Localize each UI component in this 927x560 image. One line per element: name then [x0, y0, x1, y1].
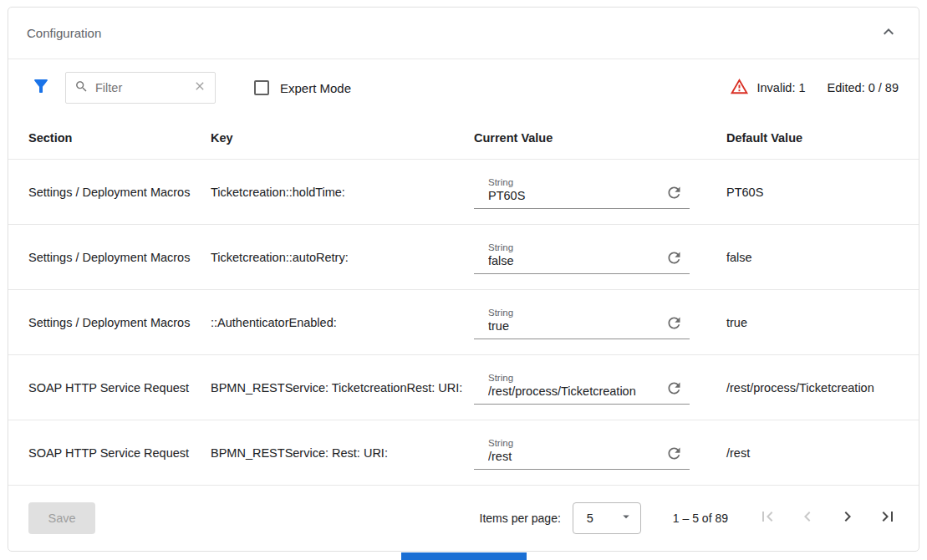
refresh-icon	[665, 379, 683, 400]
configuration-panel: Configuration	[8, 7, 919, 552]
panel-header: Configuration	[8, 8, 919, 59]
value-type-label: String	[488, 242, 660, 252]
column-header-default-value: Default Value	[726, 131, 899, 145]
default-value-cell: /rest/process/Ticketcreation	[726, 381, 899, 395]
bottom-accent-bar	[401, 552, 527, 560]
current-value-cell: String	[474, 435, 726, 470]
next-page-button[interactable]	[837, 507, 858, 529]
warning-triangle-icon	[730, 77, 749, 99]
invalid-count: Invalid: 1	[757, 81, 806, 94]
section-cell: Settings / Deployment Macros	[28, 251, 211, 264]
current-value-field: String	[474, 435, 690, 470]
value-type-label: String	[488, 373, 660, 383]
section-cell: Settings / Deployment Macros	[28, 186, 211, 199]
default-value-cell: /rest	[726, 446, 899, 460]
close-icon	[193, 79, 206, 96]
reset-value-button[interactable]	[665, 445, 683, 465]
current-value-cell: String	[474, 240, 726, 274]
chevron-right-icon	[838, 507, 858, 530]
current-value-field: String	[474, 305, 690, 339]
items-per-page-label: Items per page:	[480, 512, 561, 525]
last-page-button[interactable]	[877, 507, 899, 529]
expert-mode-label: Expert Mode	[280, 81, 351, 95]
status-area: Invalid: 1 Edited: 0 / 89	[730, 77, 899, 99]
refresh-icon	[665, 445, 683, 465]
section-cell: SOAP HTTP Service Request	[28, 381, 211, 395]
edited-count: Edited: 0 / 89	[828, 81, 899, 94]
current-value-input[interactable]	[488, 384, 660, 398]
table-row: Settings / Deployment Macros Ticketcreat…	[8, 225, 919, 290]
value-type-label: String	[488, 308, 660, 318]
filter-input[interactable]	[95, 81, 186, 94]
chevron-left-icon	[797, 507, 817, 530]
value-type-label: String	[488, 438, 660, 448]
items-per-page-value: 5	[587, 512, 593, 525]
reset-value-button[interactable]	[665, 314, 683, 334]
clear-filter-button[interactable]	[193, 79, 206, 96]
default-value-cell: PT60S	[726, 186, 899, 199]
collapse-panel-button[interactable]	[877, 22, 900, 45]
default-value-cell: true	[726, 316, 899, 329]
key-cell: Ticketcreation::autoRetry:	[211, 251, 474, 264]
last-page-icon	[878, 507, 898, 530]
key-cell: ::AuthenticatorEnabled:	[211, 316, 474, 329]
page-range-label: 1 – 5 of 89	[673, 512, 728, 525]
section-cell: Settings / Deployment Macros	[28, 316, 211, 329]
filter-search-box	[65, 72, 216, 104]
table-body: Settings / Deployment Macros Ticketcreat…	[8, 160, 919, 486]
key-cell: Ticketcreation::holdTime:	[211, 186, 474, 199]
current-value-input[interactable]	[488, 254, 660, 267]
first-page-button[interactable]	[756, 507, 778, 529]
refresh-icon	[665, 184, 683, 204]
table-row: Settings / Deployment Macros Ticketcreat…	[8, 160, 919, 225]
toolbar: Expert Mode Invalid: 1 Edited: 0 / 89	[8, 59, 919, 116]
table-header-row: Section Key Current Value Default Value	[8, 116, 919, 160]
current-value-input[interactable]	[488, 319, 660, 333]
current-value-input[interactable]	[488, 189, 660, 202]
expert-mode-checkbox[interactable]	[254, 80, 269, 95]
current-value-field: String	[474, 240, 690, 274]
table-row: Settings / Deployment Macros ::Authentic…	[8, 290, 919, 355]
items-per-page-select[interactable]: 5	[573, 502, 641, 534]
table-row: SOAP HTTP Service Request BPMN_RESTServi…	[8, 420, 919, 486]
reset-value-button[interactable]	[665, 249, 683, 269]
expert-mode-toggle[interactable]: Expert Mode	[254, 80, 351, 95]
column-header-key: Key	[211, 131, 474, 145]
paginator	[756, 507, 899, 529]
column-header-current-value: Current Value	[474, 131, 726, 145]
reset-value-button[interactable]	[665, 184, 683, 204]
footer: Save Items per page: 5 1 – 5 of 89	[8, 486, 919, 551]
default-value-cell: false	[726, 251, 899, 264]
filter-funnel-icon	[31, 76, 51, 99]
current-value-field: String	[474, 370, 690, 405]
previous-page-button[interactable]	[797, 507, 818, 529]
key-cell: BPMN_RESTService: TicketcreationRest: UR…	[211, 381, 474, 395]
chevron-up-icon	[879, 22, 899, 45]
current-value-field: String	[474, 175, 690, 209]
save-button[interactable]: Save	[28, 502, 95, 534]
current-value-cell: String	[474, 175, 726, 209]
value-type-label: String	[488, 177, 660, 187]
key-cell: BPMN_RESTService: Rest: URI:	[211, 446, 474, 460]
panel-title: Configuration	[27, 26, 101, 40]
current-value-cell: String	[474, 305, 726, 339]
current-value-input[interactable]	[488, 450, 660, 463]
search-icon	[74, 79, 89, 97]
filter-toggle-button[interactable]	[28, 75, 53, 100]
table-row: SOAP HTTP Service Request BPMN_RESTServi…	[8, 355, 919, 420]
section-cell: SOAP HTTP Service Request	[28, 446, 211, 460]
page: Configuration	[0, 0, 927, 560]
current-value-cell: String	[474, 370, 726, 405]
refresh-icon	[665, 249, 683, 269]
column-header-section: Section	[28, 131, 211, 145]
first-page-icon	[757, 507, 777, 530]
reset-value-button[interactable]	[665, 379, 683, 400]
dropdown-arrow-icon	[619, 509, 634, 527]
refresh-icon	[665, 314, 683, 334]
